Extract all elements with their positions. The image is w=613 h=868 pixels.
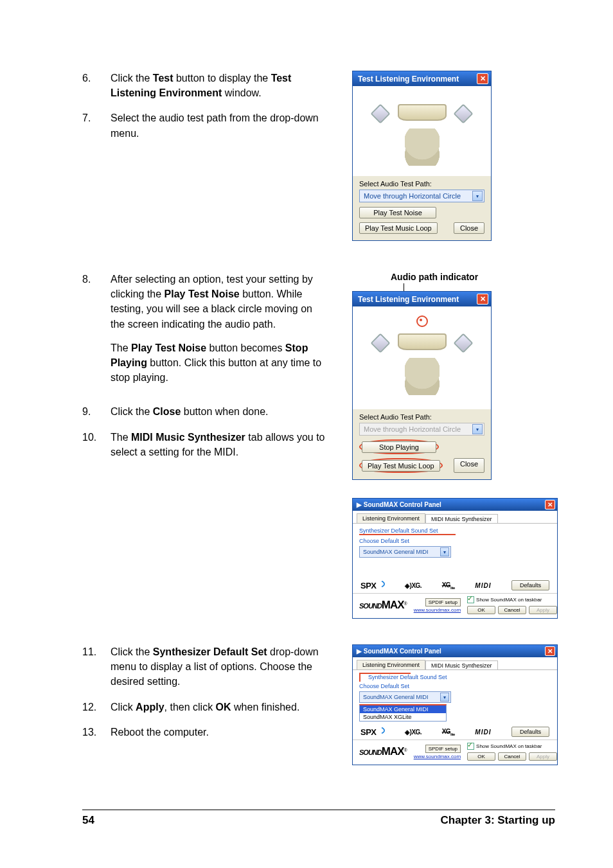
callout-underline <box>359 673 411 674</box>
ok-button[interactable]: OK <box>467 752 495 761</box>
show-on-taskbar-label: Show SoundMAX on taskbar <box>476 597 542 603</box>
show-on-taskbar-checkbox[interactable] <box>467 743 474 750</box>
step-6: 6. Click the Test button to display the … <box>82 71 326 100</box>
step-body: Click the Synthesizer Default Set drop-d… <box>111 644 326 689</box>
spdif-setup-button[interactable]: SPDIF setup <box>425 745 461 753</box>
show-on-taskbar-label: Show SoundMAX on taskbar <box>476 743 542 749</box>
step-8: 8. After selecting an option, test your … <box>82 272 326 394</box>
step-body: The Play Test Noise button becomes Stop … <box>111 341 326 385</box>
chevron-down-icon: ▾ <box>440 547 449 556</box>
spdif-setup-button[interactable]: SPDIF setup <box>425 598 461 607</box>
step-12: 12. Click Apply, then click OK when fini… <box>82 700 326 714</box>
close-button[interactable]: Close <box>454 222 484 234</box>
select-path-label: Select Audio Test Path: <box>359 180 484 188</box>
audio-test-path-select[interactable]: Move through Horizontal Circle ▾ <box>359 190 484 202</box>
apply-button[interactable]: Apply <box>529 752 557 761</box>
defaults-button[interactable]: Defaults <box>511 727 549 737</box>
chair-icon <box>405 358 440 395</box>
soundmax-control-panel-1: ▶ SoundMAX Control Panel ✕ Listening Env… <box>352 498 558 619</box>
soundmax-url-link[interactable]: www.soundmax.com <box>414 754 461 759</box>
room-illustration <box>362 93 482 170</box>
list-item[interactable]: SoundMAX XGLite <box>360 713 446 721</box>
close-icon[interactable]: ✕ <box>477 73 488 84</box>
xglite-logo-icon: XGlite <box>442 728 455 736</box>
step-number: 13. <box>82 725 111 740</box>
step-number: 6. <box>82 71 111 100</box>
soundmax-url-link[interactable]: www.soundmax.com <box>414 607 461 613</box>
step-body: After selecting an option, test your set… <box>111 272 326 332</box>
default-set-select[interactable]: SoundMAX General MIDI ▾ <box>359 546 451 558</box>
tab-midi-synthesizer[interactable]: MIDI Music Synthesizer <box>425 514 498 524</box>
desk-icon <box>398 104 447 121</box>
select-path-label: Select Audio Test Path: <box>359 413 484 421</box>
apply-button[interactable]: Apply <box>529 606 557 614</box>
stop-playing-highlight: Stop Playing <box>359 439 439 454</box>
step-9: 9. Click the Close button when done. <box>82 404 326 419</box>
tab-listening-environment[interactable]: Listening Environment <box>357 660 425 669</box>
soundmax-logo-icon: SOUNDMAX® <box>359 745 407 758</box>
close-button[interactable]: Close <box>454 458 484 473</box>
speaker-left-icon <box>370 103 390 123</box>
window-title: Test Listening Environment <box>358 295 459 304</box>
step-number: 8. <box>82 272 111 394</box>
chair-icon <box>405 128 440 166</box>
spx-logo-icon: SPX <box>360 727 385 737</box>
close-icon[interactable]: ✕ <box>545 646 555 656</box>
step-body: Click the Close button when done. <box>111 404 326 419</box>
window-title: ▶ SoundMAX Control Panel <box>357 501 441 508</box>
close-icon[interactable]: ✕ <box>477 294 488 305</box>
step-10: 10. The MIDI Music Synthesizer tab allow… <box>82 430 326 459</box>
defaults-button[interactable]: Defaults <box>511 580 549 590</box>
step-number: 9. <box>82 404 111 419</box>
default-set-select[interactable]: SoundMAX General MIDI ▾ <box>359 691 451 703</box>
tab-listening-environment[interactable]: Listening Environment <box>357 513 425 523</box>
desk-icon <box>398 333 447 350</box>
show-on-taskbar-checkbox[interactable] <box>467 596 474 603</box>
stop-playing-button[interactable]: Stop Playing <box>362 441 436 453</box>
speaker-right-icon <box>453 103 473 123</box>
ok-button[interactable]: OK <box>467 606 495 614</box>
page-number: 54 <box>82 814 94 827</box>
step-number: 11. <box>82 644 111 689</box>
play-test-music-loop-button[interactable]: Play Test Music Loop <box>362 460 440 472</box>
default-set-dropdown-list[interactable]: SoundMAX General MIDI SoundMAX XGLite <box>359 704 447 722</box>
cancel-button[interactable]: Cancel <box>498 606 526 614</box>
spx-logo-icon: SPX <box>360 581 385 590</box>
xg-logo-icon: ◈)XG. <box>405 582 422 589</box>
test-listening-environment-window-playing: Test Listening Environment ✕ Select Audi… <box>352 291 492 480</box>
list-item[interactable]: SoundMAX General MIDI <box>360 705 446 713</box>
step-number: 10. <box>82 430 111 459</box>
soundmax-logo-icon: SOUNDMAX® <box>359 599 407 612</box>
speaker-left-icon <box>370 333 390 353</box>
cancel-button[interactable]: Cancel <box>498 752 526 761</box>
tab-midi-synthesizer[interactable]: MIDI Music Synthesizer <box>425 660 498 670</box>
step-body: Click Apply, then click OK when finished… <box>111 700 326 714</box>
step-body: The MIDI Music Synthesizer tab allows yo… <box>111 430 326 459</box>
step-11: 11. Click the Synthesizer Default Set dr… <box>82 644 326 689</box>
chevron-down-icon: ▾ <box>472 191 483 201</box>
close-icon[interactable]: ✕ <box>545 500 555 509</box>
callout-leader-line <box>404 283 404 291</box>
speaker-right-icon <box>453 333 473 353</box>
step-7: 7. Select the audio test path from the d… <box>82 111 326 140</box>
step-body: Select the audio test path from the drop… <box>111 111 326 140</box>
audio-path-indicator-callout: Audio path indicator <box>391 272 558 282</box>
step-body: Click the Test button to display the Tes… <box>111 71 326 100</box>
window-title: ▶ SoundMAX Control Panel <box>357 648 441 655</box>
room-illustration <box>362 313 482 403</box>
audio-test-path-select-disabled: Move through Horizontal Circle ▾ <box>359 423 484 436</box>
step-number: 7. <box>82 111 111 140</box>
chapter-title: Chapter 3: Starting up <box>440 814 555 827</box>
audio-path-indicator-icon <box>416 315 428 327</box>
xg-logo-icon: ◈)XG. <box>405 729 422 736</box>
chevron-down-icon: ▾ <box>440 693 449 702</box>
window-title: Test Listening Environment <box>358 75 459 84</box>
synthesizer-default-set-header: Synthesizer Default Sound Set <box>359 527 456 535</box>
midi-logo-icon: MIDI <box>475 729 491 736</box>
play-test-music-loop-button[interactable]: Play Test Music Loop <box>359 222 438 234</box>
xglite-logo-icon: XGlite <box>442 581 455 590</box>
choose-default-set-label: Choose Default Set <box>359 538 551 544</box>
step-number: 12. <box>82 700 111 714</box>
step-body: Reboot the computer. <box>111 725 326 740</box>
play-test-noise-button[interactable]: Play Test Noise <box>359 207 436 218</box>
